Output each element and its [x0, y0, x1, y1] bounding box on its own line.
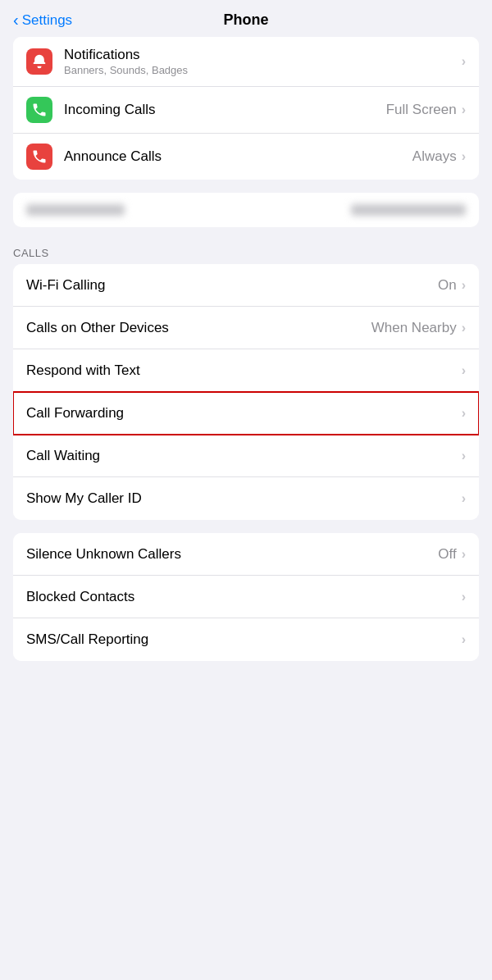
wifi-calling-chevron: › — [462, 278, 466, 293]
calls-section-label: CALLS — [0, 240, 492, 264]
blurred-text-right — [351, 204, 466, 216]
respond-with-text-label: Respond with Text — [26, 362, 462, 379]
respond-with-text-row[interactable]: Respond with Text › — [13, 349, 479, 392]
sms-call-reporting-chevron: › — [462, 632, 466, 647]
blocked-contacts-chevron: › — [462, 590, 466, 604]
show-caller-id-chevron: › — [462, 491, 466, 506]
show-caller-id-label: Show My Caller ID — [26, 490, 462, 507]
calls-card: Wi-Fi Calling On › Calls on Other Device… — [13, 264, 479, 520]
respond-with-text-content: Respond with Text — [26, 362, 462, 379]
announce-calls-icon — [26, 144, 52, 170]
incoming-calls-chevron: › — [462, 103, 466, 117]
sms-call-reporting-content: SMS/Call Reporting — [26, 631, 462, 648]
page-title: Phone — [223, 11, 268, 29]
wifi-calling-row[interactable]: Wi-Fi Calling On › — [13, 264, 479, 307]
back-button[interactable]: ‹ Settings — [13, 12, 72, 29]
announce-calls-content: Announce Calls — [64, 148, 412, 165]
announce-calls-chevron: › — [462, 149, 466, 164]
call-forwarding-content: Call Forwarding — [26, 405, 462, 422]
notifications-icon — [26, 48, 52, 75]
incoming-calls-icon — [26, 97, 52, 123]
sms-call-reporting-label: SMS/Call Reporting — [26, 631, 462, 648]
notifications-content: Notifications Banners, Sounds, Badges — [64, 47, 462, 76]
top-settings-section: Notifications Banners, Sounds, Badges › … — [0, 37, 492, 180]
announce-calls-value: Always — [412, 148, 457, 165]
calls-other-devices-chevron: › — [462, 321, 466, 335]
back-label: Settings — [22, 12, 72, 29]
blocked-contacts-row[interactable]: Blocked Contacts › — [13, 576, 479, 618]
blurred-text-left — [26, 204, 125, 216]
wifi-calling-label: Wi-Fi Calling — [26, 277, 438, 294]
silence-unknown-content: Silence Unknown Callers — [26, 546, 438, 563]
show-caller-id-row[interactable]: Show My Caller ID › — [13, 477, 479, 520]
back-chevron-icon: ‹ — [13, 11, 19, 28]
wifi-calling-value: On — [438, 277, 457, 294]
incoming-calls-row[interactable]: Incoming Calls Full Screen › — [13, 87, 479, 134]
calls-other-devices-content: Calls on Other Devices — [26, 320, 371, 336]
call-waiting-row[interactable]: Call Waiting › — [13, 435, 479, 477]
blurred-info-row — [13, 193, 479, 227]
navigation-header: ‹ Settings Phone — [0, 0, 492, 37]
bottom-card: Silence Unknown Callers Off › Blocked Co… — [13, 533, 479, 661]
notifications-row[interactable]: Notifications Banners, Sounds, Badges › — [13, 37, 479, 87]
blocked-contacts-content: Blocked Contacts — [26, 589, 462, 605]
calls-other-devices-value: When Nearby — [371, 320, 457, 336]
incoming-calls-value: Full Screen — [386, 102, 457, 118]
silence-unknown-row[interactable]: Silence Unknown Callers Off › — [13, 533, 479, 576]
calls-section: CALLS Wi-Fi Calling On › Calls on Other … — [0, 240, 492, 520]
announce-calls-row[interactable]: Announce Calls Always › — [13, 134, 479, 180]
silence-unknown-chevron: › — [462, 547, 466, 562]
wifi-calling-content: Wi-Fi Calling — [26, 277, 438, 294]
bottom-section: Silence Unknown Callers Off › Blocked Co… — [0, 533, 492, 661]
sms-call-reporting-row[interactable]: SMS/Call Reporting › — [13, 618, 479, 661]
announce-calls-label: Announce Calls — [64, 148, 412, 165]
call-waiting-chevron: › — [462, 449, 466, 463]
show-caller-id-content: Show My Caller ID — [26, 490, 462, 507]
incoming-calls-label: Incoming Calls — [64, 102, 386, 118]
calls-other-devices-label: Calls on Other Devices — [26, 320, 371, 336]
call-forwarding-row[interactable]: Call Forwarding › — [13, 392, 479, 435]
silence-unknown-label: Silence Unknown Callers — [26, 546, 438, 563]
notifications-chevron: › — [462, 54, 466, 69]
incoming-calls-content: Incoming Calls — [64, 102, 386, 118]
notifications-subtitle: Banners, Sounds, Badges — [64, 64, 462, 76]
notifications-label: Notifications — [64, 47, 462, 63]
call-waiting-content: Call Waiting — [26, 448, 462, 464]
call-waiting-label: Call Waiting — [26, 448, 462, 464]
call-forwarding-label: Call Forwarding — [26, 405, 462, 422]
top-settings-card: Notifications Banners, Sounds, Badges › … — [13, 37, 479, 180]
respond-with-text-chevron: › — [462, 363, 466, 378]
silence-unknown-value: Off — [438, 546, 456, 563]
blocked-contacts-label: Blocked Contacts — [26, 589, 462, 605]
calls-other-devices-row[interactable]: Calls on Other Devices When Nearby › — [13, 307, 479, 349]
call-forwarding-chevron: › — [462, 406, 466, 421]
